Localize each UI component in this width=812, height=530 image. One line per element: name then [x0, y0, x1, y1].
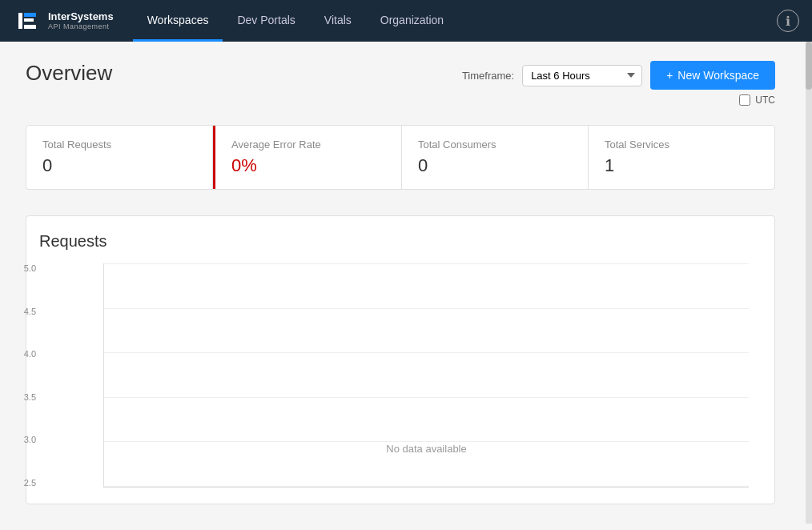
stat-value-total-services: 1 [605, 155, 758, 176]
nav-item-dev-portals[interactable]: Dev Portals [223, 0, 309, 42]
stat-card-total-consumers: Total Consumers 0 [402, 126, 589, 189]
svg-rect-4 [24, 25, 36, 29]
plus-icon: + [666, 69, 673, 82]
overview-header: Overview Timeframe: Last 6 HoursLast 12 … [26, 61, 775, 106]
nav-items: Workspaces Dev Portals Vitals Organizati… [133, 0, 777, 42]
y-axis-label: 4.0 [7, 349, 36, 359]
utc-checkbox[interactable] [739, 94, 750, 106]
svg-rect-3 [24, 18, 34, 22]
stat-label-total-consumers: Total Consumers [418, 139, 572, 151]
utc-label: UTC [755, 94, 775, 106]
info-button[interactable]: ℹ [777, 10, 799, 32]
stat-card-total-services: Total Services 1 [589, 126, 774, 189]
timeframe-select[interactable]: Last 6 HoursLast 12 HoursLast 24 HoursLa… [522, 65, 642, 86]
requests-section: Requests 5.04.54.03.53.02.5 No data avai… [26, 215, 775, 504]
stat-label-error-rate: Average Error Rate [231, 139, 385, 151]
y-axis-label: 3.0 [7, 435, 36, 444]
stat-label-total-requests: Total Requests [42, 139, 196, 151]
scrollbar-track[interactable] [806, 42, 812, 524]
stat-card-total-requests: Total Requests 0 [26, 126, 213, 189]
scrollbar-thumb[interactable] [806, 42, 812, 90]
new-workspace-button[interactable]: + New Workspace [650, 61, 775, 90]
header-controls: Timeframe: Last 6 HoursLast 12 HoursLast… [462, 61, 775, 106]
chart-area: No data available [103, 263, 749, 488]
y-axis: 5.04.54.03.53.02.5 [7, 263, 36, 488]
stat-value-error-rate: 0% [231, 155, 385, 176]
grid-line [104, 352, 749, 353]
stat-value-total-consumers: 0 [418, 155, 572, 176]
grid-line [104, 263, 749, 264]
utc-row: UTC [739, 94, 775, 106]
y-axis-label: 5.0 [7, 263, 36, 273]
svg-rect-2 [24, 13, 36, 17]
y-axis-label: 3.5 [7, 392, 36, 402]
grid-line [104, 397, 749, 398]
timeframe-row: Timeframe: Last 6 HoursLast 12 HoursLast… [462, 61, 775, 90]
stat-value-total-requests: 0 [42, 155, 196, 176]
stat-label-total-services: Total Services [605, 139, 758, 151]
brand-subtitle: API Management [48, 22, 114, 30]
nav-item-vitals[interactable]: Vitals [310, 0, 366, 42]
brand: InterSystems API Management [13, 6, 114, 35]
page-title: Overview [26, 61, 112, 86]
requests-title: Requests [39, 232, 762, 251]
main-content: Overview Timeframe: Last 6 HoursLast 12 … [0, 42, 801, 524]
chart-container: 5.04.54.03.53.02.5 No data available [39, 263, 762, 488]
navbar: InterSystems API Management Workspaces D… [0, 0, 812, 42]
y-axis-label: 2.5 [7, 478, 36, 488]
y-axis-label: 4.5 [7, 307, 36, 316]
new-workspace-label: New Workspace [677, 69, 759, 82]
grid-line [104, 308, 749, 309]
svg-rect-1 [18, 13, 22, 29]
stats-row: Total Requests 0 Average Error Rate 0% T… [26, 125, 775, 190]
nav-item-organization[interactable]: Organization [366, 0, 458, 42]
stat-card-error-rate: Average Error Rate 0% [213, 126, 402, 189]
no-data-label: No data available [386, 443, 466, 455]
brand-logo-icon [13, 6, 42, 35]
nav-item-workspaces[interactable]: Workspaces [133, 0, 223, 42]
grid-line [104, 486, 749, 487]
timeframe-label: Timeframe: [462, 70, 514, 82]
brand-name: InterSystems [48, 11, 114, 22]
